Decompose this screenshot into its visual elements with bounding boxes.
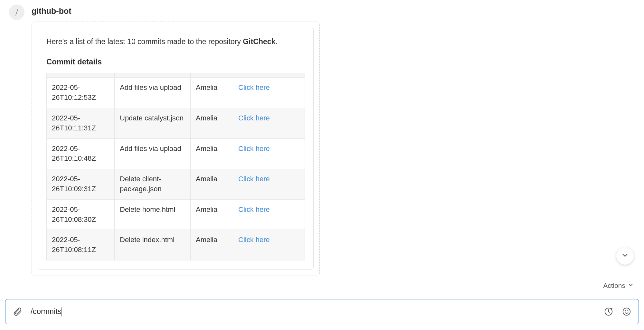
message-composer[interactable]: /commits — [5, 299, 639, 324]
commit-author: Amelia — [191, 138, 233, 169]
commit-link-cell: Click here — [233, 230, 305, 260]
commit-link[interactable]: Click here — [238, 114, 270, 122]
commit-timestamp: 2022-05-26T10:09:31Z — [47, 169, 115, 200]
svg-point-1 — [623, 308, 630, 316]
commit-message: Delete index.html — [115, 230, 191, 260]
table-row: 2022-05-26T10:10:48ZAdd files via upload… — [47, 138, 305, 169]
commit-link[interactable]: Click here — [238, 145, 270, 153]
sender-name: github-bot — [32, 6, 635, 16]
commit-message: Delete client-package.json — [115, 169, 191, 200]
commit-author: Amelia — [191, 78, 233, 108]
commit-timestamp: 2022-05-26T10:12:53Z — [47, 78, 115, 108]
commit-author: Amelia — [191, 108, 233, 138]
commits-card: Here's a list of the latest 10 commits m… — [38, 28, 314, 270]
commit-author: Amelia — [191, 169, 233, 200]
avatar-glyph: / — [15, 7, 18, 18]
schedule-icon[interactable] — [604, 307, 613, 316]
commit-link[interactable]: Click here — [238, 83, 270, 91]
commit-author: Amelia — [191, 230, 233, 260]
table-row: 2022-05-26T10:08:30ZDelete home.htmlAmel… — [47, 199, 305, 230]
intro-text: Here's a list of the latest 10 commits m… — [46, 36, 305, 47]
section-title: Commit details — [46, 57, 305, 66]
attachment-container: Here's a list of the latest 10 commits m… — [32, 22, 320, 276]
commit-link[interactable]: Click here — [238, 175, 270, 183]
message-body: github-bot Here's a list of the latest 1… — [32, 5, 635, 276]
intro-prefix: Here's a list of the latest 10 commits m… — [46, 37, 243, 46]
chevron-down-icon — [628, 282, 634, 289]
commit-link-cell: Click here — [233, 169, 305, 200]
svg-point-3 — [628, 311, 628, 311]
commit-link[interactable]: Click here — [238, 205, 270, 213]
text-caret — [61, 307, 62, 316]
table-row: 2022-05-26T10:12:53ZAdd files via upload… — [47, 78, 305, 108]
actions-menu[interactable]: Actions — [603, 282, 634, 289]
actions-label: Actions — [603, 282, 625, 289]
table-row: 2022-05-26T10:09:31ZDelete client-packag… — [47, 169, 305, 200]
composer-value: /commits — [31, 307, 62, 316]
commit-message: Add files via upload — [115, 78, 191, 108]
commit-link[interactable]: Click here — [238, 236, 270, 244]
bot-avatar: / — [9, 5, 24, 20]
scroll-down-button[interactable] — [616, 247, 634, 265]
composer-input[interactable]: /commits — [31, 307, 595, 316]
table-row: 2022-05-26T10:11:31ZUpdate catalyst.json… — [47, 108, 305, 138]
commit-link-cell: Click here — [233, 108, 305, 138]
commit-author: Amelia — [191, 199, 233, 230]
commit-link-cell: Click here — [233, 199, 305, 230]
commits-table: 2022-05-26T10:12:53ZAdd files via upload… — [46, 73, 305, 260]
commit-timestamp: 2022-05-26T10:08:30Z — [47, 199, 115, 230]
commit-message: Update catalyst.json — [115, 108, 191, 138]
commit-link-cell: Click here — [233, 78, 305, 108]
paperclip-icon[interactable] — [13, 307, 22, 316]
commit-message: Delete home.html — [115, 199, 191, 230]
intro-repo: GitCheck — [243, 37, 275, 46]
commit-timestamp: 2022-05-26T10:11:31Z — [47, 108, 115, 138]
intro-suffix: . — [275, 37, 277, 46]
svg-point-2 — [625, 311, 626, 311]
commit-timestamp: 2022-05-26T10:10:48Z — [47, 138, 115, 169]
commit-timestamp: 2022-05-26T10:08:11Z — [47, 230, 115, 260]
message-row: / github-bot Here's a list of the latest… — [0, 0, 644, 276]
emoji-icon[interactable] — [622, 307, 631, 316]
commit-message: Add files via upload — [115, 138, 191, 169]
table-row: 2022-05-26T10:08:11ZDelete index.htmlAme… — [47, 230, 305, 260]
composer-right-controls — [604, 307, 631, 316]
commit-link-cell: Click here — [233, 138, 305, 169]
table-header-row — [47, 73, 305, 78]
chevron-down-icon — [621, 251, 629, 261]
